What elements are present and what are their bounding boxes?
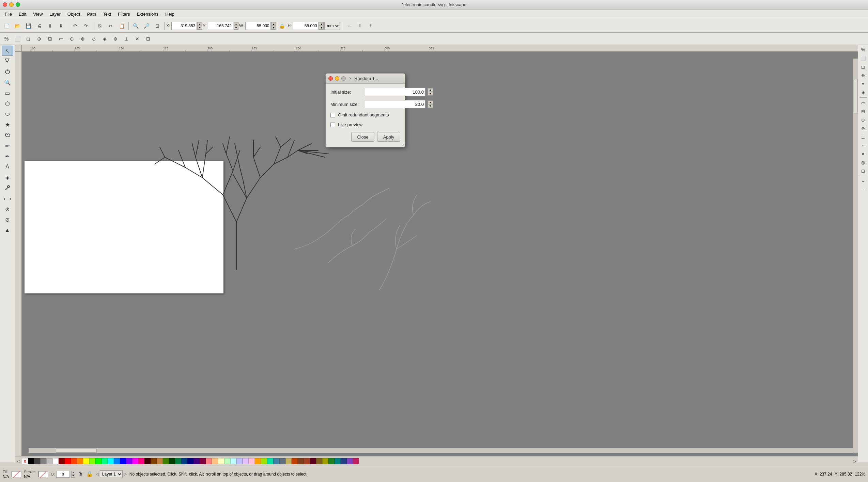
layer-select[interactable]: Layer 1 [100, 470, 123, 478]
window-close-button[interactable] [3, 2, 7, 7]
menu-view[interactable]: View [30, 10, 46, 18]
distribute-button[interactable]: ⫵ [366, 21, 376, 31]
color-dark-yellow[interactable] [322, 458, 328, 464]
zoom-tool[interactable]: 🔍 [2, 77, 13, 87]
new-button[interactable]: 📄 [1, 21, 12, 31]
color-purple[interactable] [126, 458, 132, 464]
color-light-cyan[interactable] [230, 458, 236, 464]
y-spinner[interactable]: ▲ ▼ [234, 22, 238, 30]
h-spinner[interactable]: ▲ ▼ [319, 22, 324, 30]
select-tool[interactable]: ↖ [2, 46, 13, 56]
color-mint[interactable] [267, 458, 273, 464]
apply-button[interactable]: Apply [377, 132, 400, 142]
color-khaki[interactable] [285, 458, 292, 464]
ellipse-tool[interactable]: ⬭ [2, 109, 13, 119]
snap-node[interactable]: ◻ [23, 34, 33, 44]
snap-other[interactable]: ◈ [859, 88, 867, 96]
right-tool-9[interactable]: ◎ [859, 158, 867, 166]
right-tool-5[interactable]: ⊛ [859, 124, 867, 132]
initial-size-spinner[interactable]: ▲ ▼ [428, 88, 433, 96]
snap-bb[interactable]: ⬜ [859, 54, 867, 62]
spiral-tool[interactable] [2, 130, 13, 140]
color-tan[interactable] [157, 458, 163, 464]
live-preview-checkbox[interactable] [330, 123, 335, 127]
horizontal-scrollbar[interactable] [29, 448, 858, 453]
color-brown-dark[interactable] [144, 458, 151, 464]
menu-file[interactable]: File [1, 10, 15, 18]
print-button[interactable]: 🖨 [34, 21, 44, 31]
text-tool[interactable]: A [2, 162, 13, 172]
close-button[interactable]: Close [351, 132, 374, 142]
export-button[interactable]: ⬇ [56, 21, 66, 31]
color-red[interactable] [65, 458, 71, 464]
color-peach[interactable] [212, 458, 218, 464]
zoom-out-button[interactable]: 🔎 [141, 21, 152, 31]
initial-size-down[interactable]: ▼ [428, 92, 433, 96]
canvas[interactable] [22, 52, 858, 462]
color-rose[interactable] [249, 458, 255, 464]
window-minimize-button[interactable] [9, 2, 14, 7]
color-sky[interactable] [114, 458, 120, 464]
stroke-swatch[interactable] [38, 471, 48, 477]
y-input[interactable] [208, 22, 233, 30]
tweak-tool[interactable] [2, 67, 13, 77]
color-deep-pink[interactable] [353, 458, 359, 464]
color-wine[interactable] [310, 458, 316, 464]
right-tool-12[interactable]: − [859, 186, 867, 194]
zoom-fit-button[interactable]: ⊡ [152, 21, 162, 31]
snap-tangent[interactable]: ⊛ [110, 34, 121, 44]
zoom-in-button[interactable]: 🔍 [130, 21, 141, 31]
color-light-green[interactable] [224, 458, 230, 464]
right-tool-6[interactable]: ⊥ [859, 133, 867, 141]
color-light-blue[interactable] [236, 458, 243, 464]
align-button[interactable]: ⫴ [355, 21, 365, 31]
rect-tool[interactable]: ▭ [2, 88, 13, 98]
transform-button[interactable]: ↔ [344, 21, 354, 31]
color-rust[interactable] [304, 458, 310, 464]
layer-arrow-right[interactable]: ▷ [124, 472, 127, 476]
snap-path[interactable]: ⊕ [859, 71, 867, 79]
right-tool-4[interactable]: ⊙ [859, 116, 867, 124]
save-button[interactable]: 💾 [23, 21, 33, 31]
color-navy[interactable] [187, 458, 193, 464]
palette-scroll-left[interactable]: ◁ [15, 456, 22, 466]
color-dark-blue[interactable] [341, 458, 347, 464]
opacity-spinner[interactable]: ▲ ▼ [71, 471, 75, 478]
color-salmon[interactable] [206, 458, 212, 464]
x-input[interactable] [171, 22, 197, 30]
color-olive2[interactable] [316, 458, 322, 464]
snap-enable[interactable]: % [859, 46, 867, 54]
minimum-size-up[interactable]: ▲ [428, 100, 433, 104]
color-cyan[interactable] [108, 458, 114, 464]
cut-button[interactable]: ✂ [106, 21, 116, 31]
color-cream[interactable] [218, 458, 224, 464]
gradient-tool[interactable]: ◈ [2, 172, 13, 182]
color-amber[interactable] [255, 458, 261, 464]
color-brown[interactable] [151, 458, 157, 464]
omit-redundant-checkbox[interactable] [330, 113, 335, 117]
color-dark-orange[interactable] [292, 458, 298, 464]
color-magenta[interactable] [132, 458, 138, 464]
snap-midpoint[interactable]: ⊗ [78, 34, 88, 44]
menu-layer[interactable]: Layer [46, 10, 64, 18]
copy-button[interactable]: ⎘ [95, 21, 105, 31]
snap-geo[interactable]: ✦ [859, 80, 867, 88]
menu-edit[interactable]: Edit [15, 10, 30, 18]
h-input[interactable] [293, 22, 319, 30]
initial-size-up[interactable]: ▲ [428, 88, 433, 92]
minimum-size-down[interactable]: ▼ [428, 104, 433, 108]
paste-button[interactable]: 📋 [117, 21, 127, 31]
eyedropper-tool[interactable] [2, 183, 13, 193]
snap-bbox[interactable]: ⬜ [12, 34, 22, 44]
color-none[interactable] [22, 458, 28, 464]
color-forest[interactable] [175, 458, 181, 464]
cube-tool[interactable]: ⬡ [2, 98, 13, 109]
palette-scroll-right[interactable]: ▷ [851, 456, 858, 466]
color-black[interactable] [28, 458, 34, 464]
vertical-scroll-thumb[interactable] [854, 79, 858, 113]
w-down[interactable]: ▼ [271, 26, 276, 30]
minimum-size-spinner[interactable]: ▲ ▼ [428, 100, 433, 108]
color-dark-green[interactable] [169, 458, 175, 464]
star-tool[interactable]: ★ [2, 119, 13, 130]
w-up[interactable]: ▲ [271, 22, 276, 26]
